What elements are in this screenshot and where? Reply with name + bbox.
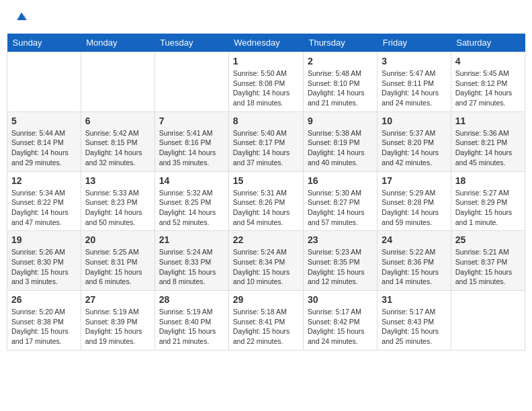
day-info: Sunrise: 5:25 AM Sunset: 8:31 PM Dayligh… — [85, 247, 150, 287]
calendar-header-row: SundayMondayTuesdayWednesdayThursdayFrid… — [7, 34, 525, 52]
day-info: Sunrise: 5:37 AM Sunset: 8:20 PM Dayligh… — [382, 128, 446, 168]
day-info: Sunrise: 5:19 AM Sunset: 8:39 PM Dayligh… — [85, 307, 150, 347]
calendar-cell: 16Sunrise: 5:30 AM Sunset: 8:27 PM Dayli… — [303, 171, 377, 231]
calendar-cell: 19Sunrise: 5:26 AM Sunset: 8:30 PM Dayli… — [7, 231, 81, 291]
calendar-header-saturday: Saturday — [451, 34, 525, 52]
day-info: Sunrise: 5:29 AM Sunset: 8:28 PM Dayligh… — [382, 188, 446, 228]
day-number: 26 — [11, 294, 77, 305]
day-info: Sunrise: 5:34 AM Sunset: 8:22 PM Dayligh… — [11, 188, 77, 228]
day-number: 14 — [159, 175, 224, 186]
calendar-cell: 14Sunrise: 5:32 AM Sunset: 8:25 PM Dayli… — [154, 171, 228, 231]
calendar-cell: 25Sunrise: 5:21 AM Sunset: 8:37 PM Dayli… — [451, 231, 525, 291]
day-info: Sunrise: 5:26 AM Sunset: 8:30 PM Dayligh… — [11, 247, 77, 287]
calendar-cell — [154, 52, 228, 112]
calendar-cell: 17Sunrise: 5:29 AM Sunset: 8:28 PM Dayli… — [378, 171, 451, 231]
logo — [13, 10, 28, 24]
day-number: 3 — [382, 56, 446, 66]
calendar-cell: 28Sunrise: 5:19 AM Sunset: 8:40 PM Dayli… — [154, 291, 228, 351]
calendar-cell: 30Sunrise: 5:17 AM Sunset: 8:42 PM Dayli… — [303, 291, 377, 351]
day-number: 19 — [11, 234, 77, 245]
calendar-week-2: 5Sunrise: 5:44 AM Sunset: 8:14 PM Daylig… — [7, 111, 525, 171]
day-number: 10 — [382, 116, 446, 126]
day-info: Sunrise: 5:30 AM Sunset: 8:27 PM Dayligh… — [308, 188, 373, 228]
calendar-cell: 6Sunrise: 5:42 AM Sunset: 8:15 PM Daylig… — [81, 111, 154, 171]
day-number: 9 — [308, 116, 373, 126]
calendar-cell: 22Sunrise: 5:24 AM Sunset: 8:34 PM Dayli… — [228, 231, 303, 291]
day-number: 27 — [85, 294, 150, 305]
calendar-header-tuesday: Tuesday — [154, 34, 228, 52]
calendar-cell: 7Sunrise: 5:41 AM Sunset: 8:16 PM Daylig… — [154, 111, 228, 171]
day-number: 13 — [85, 175, 150, 186]
calendar-header-monday: Monday — [81, 34, 154, 52]
day-info: Sunrise: 5:24 AM Sunset: 8:33 PM Dayligh… — [159, 247, 224, 287]
calendar-week-3: 12Sunrise: 5:34 AM Sunset: 8:22 PM Dayli… — [7, 171, 525, 231]
day-number: 1 — [233, 56, 299, 66]
calendar-week-5: 26Sunrise: 5:20 AM Sunset: 8:38 PM Dayli… — [7, 291, 525, 351]
day-number: 18 — [455, 175, 521, 186]
calendar-cell: 4Sunrise: 5:45 AM Sunset: 8:12 PM Daylig… — [451, 52, 525, 112]
day-number: 7 — [159, 116, 224, 126]
calendar-cell: 20Sunrise: 5:25 AM Sunset: 8:31 PM Dayli… — [81, 231, 154, 291]
day-info: Sunrise: 5:42 AM Sunset: 8:15 PM Dayligh… — [85, 128, 150, 168]
day-info: Sunrise: 5:21 AM Sunset: 8:37 PM Dayligh… — [455, 247, 521, 287]
day-info: Sunrise: 5:47 AM Sunset: 8:11 PM Dayligh… — [382, 68, 446, 108]
day-number: 17 — [382, 175, 446, 186]
calendar-cell: 31Sunrise: 5:17 AM Sunset: 8:43 PM Dayli… — [378, 291, 451, 351]
day-number: 20 — [85, 234, 150, 245]
calendar-cell: 10Sunrise: 5:37 AM Sunset: 8:20 PM Dayli… — [378, 111, 451, 171]
calendar-cell: 8Sunrise: 5:40 AM Sunset: 8:17 PM Daylig… — [228, 111, 303, 171]
day-number: 25 — [455, 234, 521, 245]
day-number: 12 — [11, 175, 77, 186]
calendar-cell: 3Sunrise: 5:47 AM Sunset: 8:11 PM Daylig… — [378, 52, 451, 112]
day-info: Sunrise: 5:33 AM Sunset: 8:23 PM Dayligh… — [85, 188, 150, 228]
day-info: Sunrise: 5:18 AM Sunset: 8:41 PM Dayligh… — [233, 307, 299, 347]
day-number: 21 — [159, 234, 224, 245]
calendar-cell: 5Sunrise: 5:44 AM Sunset: 8:14 PM Daylig… — [7, 111, 81, 171]
calendar-table: SundayMondayTuesdayWednesdayThursdayFrid… — [7, 34, 525, 351]
calendar-header-wednesday: Wednesday — [228, 34, 303, 52]
day-info: Sunrise: 5:17 AM Sunset: 8:42 PM Dayligh… — [308, 307, 373, 347]
day-number: 24 — [382, 234, 446, 245]
day-number: 5 — [11, 116, 77, 126]
calendar-cell: 26Sunrise: 5:20 AM Sunset: 8:38 PM Dayli… — [7, 291, 81, 351]
day-number: 4 — [455, 56, 521, 66]
calendar-cell: 2Sunrise: 5:48 AM Sunset: 8:10 PM Daylig… — [303, 52, 377, 112]
calendar-header-sunday: Sunday — [7, 34, 81, 52]
calendar-week-4: 19Sunrise: 5:26 AM Sunset: 8:30 PM Dayli… — [7, 231, 525, 291]
day-info: Sunrise: 5:45 AM Sunset: 8:12 PM Dayligh… — [455, 68, 521, 108]
calendar-header-thursday: Thursday — [303, 34, 377, 52]
calendar-cell: 13Sunrise: 5:33 AM Sunset: 8:23 PM Dayli… — [81, 171, 154, 231]
day-info: Sunrise: 5:48 AM Sunset: 8:10 PM Dayligh… — [308, 68, 373, 108]
day-number: 6 — [85, 116, 150, 126]
day-number: 23 — [308, 234, 373, 245]
day-number: 31 — [382, 294, 446, 305]
day-number: 11 — [455, 116, 521, 126]
day-info: Sunrise: 5:38 AM Sunset: 8:19 PM Dayligh… — [308, 128, 373, 168]
calendar-cell — [451, 291, 525, 351]
calendar-cell: 12Sunrise: 5:34 AM Sunset: 8:22 PM Dayli… — [7, 171, 81, 231]
calendar-cell: 21Sunrise: 5:24 AM Sunset: 8:33 PM Dayli… — [154, 231, 228, 291]
calendar-cell: 24Sunrise: 5:22 AM Sunset: 8:36 PM Dayli… — [378, 231, 451, 291]
day-info: Sunrise: 5:36 AM Sunset: 8:21 PM Dayligh… — [455, 128, 521, 168]
day-number: 29 — [233, 294, 299, 305]
calendar-cell: 29Sunrise: 5:18 AM Sunset: 8:41 PM Dayli… — [228, 291, 303, 351]
calendar-cell: 9Sunrise: 5:38 AM Sunset: 8:19 PM Daylig… — [303, 111, 377, 171]
day-info: Sunrise: 5:22 AM Sunset: 8:36 PM Dayligh… — [382, 247, 446, 287]
day-info: Sunrise: 5:40 AM Sunset: 8:17 PM Dayligh… — [233, 128, 299, 168]
calendar-week-1: 1Sunrise: 5:50 AM Sunset: 8:08 PM Daylig… — [7, 52, 525, 112]
day-number: 22 — [233, 234, 299, 245]
calendar-cell — [81, 52, 154, 112]
day-number: 16 — [308, 175, 373, 186]
calendar-header-friday: Friday — [378, 34, 451, 52]
calendar-cell: 18Sunrise: 5:27 AM Sunset: 8:29 PM Dayli… — [451, 171, 525, 231]
day-info: Sunrise: 5:50 AM Sunset: 8:08 PM Dayligh… — [233, 68, 299, 108]
day-info: Sunrise: 5:20 AM Sunset: 8:38 PM Dayligh… — [11, 307, 77, 347]
day-number: 8 — [233, 116, 299, 126]
calendar-cell: 11Sunrise: 5:36 AM Sunset: 8:21 PM Dayli… — [451, 111, 525, 171]
day-info: Sunrise: 5:27 AM Sunset: 8:29 PM Dayligh… — [455, 188, 521, 228]
logo-icon — [15, 10, 28, 24]
day-number: 2 — [308, 56, 373, 66]
day-info: Sunrise: 5:19 AM Sunset: 8:40 PM Dayligh… — [159, 307, 224, 347]
day-info: Sunrise: 5:24 AM Sunset: 8:34 PM Dayligh… — [233, 247, 299, 287]
day-info: Sunrise: 5:17 AM Sunset: 8:43 PM Dayligh… — [382, 307, 446, 347]
